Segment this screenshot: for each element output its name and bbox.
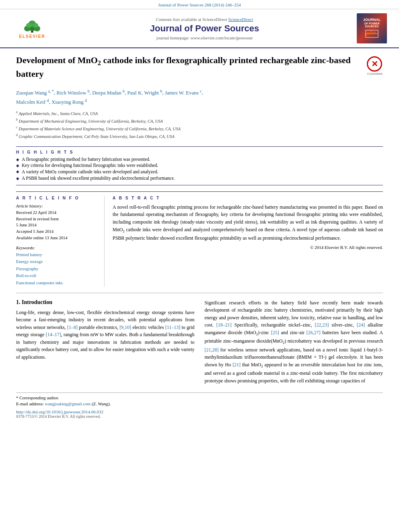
cite-22-23: [22,23] <box>315 322 329 328</box>
authors: Zuoqian Wang a, *, Rich Winslow b, Deepa… <box>16 88 383 106</box>
sciencedirect-anchor[interactable]: ScienceDirect <box>228 17 253 22</box>
affiliation-b: b Department of Mechanical Engineering, … <box>16 117 383 125</box>
affiliation-a: a Applied Materials, Inc., Santa Clara, … <box>16 110 383 117</box>
keywords-section: Keywords: Printed battery Energy storage… <box>16 245 98 287</box>
issn-line: 0378-7753/© 2014 Elsevier B.V. All right… <box>16 414 383 419</box>
email-label: E-mail address: <box>16 401 45 406</box>
elsevier-wordmark: ELSEVIER <box>19 34 45 39</box>
cite-11-13: [11–13] <box>165 325 181 330</box>
keyword-3: Flexography <box>16 265 98 273</box>
journal-reference: Journal of Power Sources 268 (2014) 246–… <box>158 2 241 7</box>
bullet-1: ◆ <box>16 157 19 162</box>
email-note: E-mail address: wangjoaking@gmail.com (Z… <box>16 401 383 406</box>
journal-title: Journal of Power Sources <box>52 23 357 34</box>
journal-center-info: Contents lists available at ScienceDirec… <box>52 17 357 40</box>
intro-two-col: 1. Introduction Long-life, energy dense,… <box>16 293 383 385</box>
keywords-heading: Keywords: <box>16 245 98 250</box>
crossmark-circle: ✕ <box>367 56 382 72</box>
email-author: (Z. Wang). <box>92 401 111 406</box>
received-date: Received 22 April 2014 <box>16 210 98 216</box>
accepted-date: Accepted 5 June 2014 <box>16 228 98 235</box>
intro-left-text: Long-life, energy dense, low-cost, flexi… <box>16 309 195 361</box>
author-3: Deepa Madan b <box>92 90 125 96</box>
highlight-item-3: ◆ A variety of MnO₂ composite cathode in… <box>16 169 383 175</box>
cite-18-21: [18–21] <box>216 322 232 328</box>
main-content: Development of MnO2 cathode inks for fle… <box>0 48 399 423</box>
author-2: Rich Winslow b <box>57 90 90 96</box>
abstract-text: A novel roll-to-roll flexographic printi… <box>113 203 383 242</box>
bullet-4: ◆ <box>16 176 19 181</box>
journal-header: ELSEVIER Contents lists available at Sci… <box>0 9 399 48</box>
affiliations: a Applied Materials, Inc., Santa Clara, … <box>16 110 383 140</box>
journal-thumb-text: JOURNAL OF POWER SOURCES <box>363 18 381 39</box>
article-info-col: A R T I C L E I N F O Article history: R… <box>16 196 105 287</box>
received-revised-label: Received in revised form <box>16 216 98 222</box>
article-title: Development of MnO2 cathode inks for fle… <box>16 54 363 80</box>
crossmark-icon: ✕ <box>371 59 378 69</box>
bullet-2: ◆ <box>16 163 19 168</box>
email-address[interactable]: wangjoaking@gmail.com <box>45 401 90 406</box>
article-history-heading: Article history: <box>16 203 98 208</box>
svg-point-6 <box>33 23 38 28</box>
journal-thumbnail: JOURNAL OF POWER SOURCES <box>357 13 387 43</box>
author-6: Malcolm Keif d <box>16 99 49 105</box>
journal-reference-bar: Journal of Power Sources 268 (2014) 246–… <box>0 0 399 9</box>
doi-link[interactable]: http://dx.doi.org/10.1016/j.jpowsour.201… <box>16 409 383 414</box>
intro-right-text: Significant research efforts in the batt… <box>205 299 383 385</box>
highlight-item-1: ◆ A flexographic printing method for bat… <box>16 157 383 162</box>
cite-1-8: [1–8] <box>67 325 78 330</box>
author-5: James W. Evans c <box>165 90 202 96</box>
author-4: Paul K. Wright b <box>128 90 162 96</box>
elsevier-tree-icon <box>20 18 44 33</box>
bullet-3: ◆ <box>16 169 19 174</box>
available-date: Available online 13 June 2014 <box>16 235 98 241</box>
revised-date: 5 June 2014 <box>16 222 98 228</box>
affiliation-c: c Department of Materials Science and En… <box>16 125 383 132</box>
journal-url: journal homepage: www.elsevier.com/locat… <box>52 35 357 40</box>
cite-21-28: [21,28] <box>205 347 219 353</box>
keyword-5: Functional composite inks <box>16 279 98 287</box>
elsevier-logo: ELSEVIER <box>12 16 52 41</box>
crossmark-badge: ✕ CrossMark <box>367 56 383 72</box>
highlight-item-4: ◆ A PSBR based ink showed excellent prin… <box>16 176 383 181</box>
cite-9-10: [9,10] <box>119 325 131 330</box>
highlights-section: H I G H L I G H T S ◆ A flexographic pri… <box>16 146 383 185</box>
abstract-col: A B S T R A C T A novel roll-to-roll fle… <box>113 196 383 287</box>
page: Journal of Power Sources 268 (2014) 246–… <box>0 0 399 532</box>
highlights-heading: H I G H L I G H T S <box>16 150 383 154</box>
keyword-2: Energy storage <box>16 258 98 265</box>
cite-21-ho: [21] <box>232 362 241 368</box>
introduction-section: 1. Introduction Long-life, energy dense,… <box>16 293 383 385</box>
affiliation-d: d Graphic Communication Department, Cal … <box>16 133 383 140</box>
info-abstract-section: A R T I C L E I N F O Article history: R… <box>16 191 383 287</box>
cite-14-17: [14–17] <box>46 332 61 337</box>
sciencedirect-link: Contents lists available at ScienceDirec… <box>52 17 357 22</box>
cite-24: [24] <box>357 322 365 328</box>
intro-heading: 1. Introduction <box>16 299 195 306</box>
corresponding-author-note: * Corresponding author. <box>16 395 383 400</box>
author-1: Zuoqian Wang a, * <box>16 90 54 96</box>
author-7: Xiaoying Rong d <box>51 99 87 105</box>
highlight-item-2: ◆ Key criteria for developing functional… <box>16 163 383 168</box>
svg-point-5 <box>26 23 32 28</box>
intro-right-col: Significant research efforts in the batt… <box>205 299 383 385</box>
abstract-heading: A B S T R A C T <box>113 196 383 200</box>
cite-26-27: [26,27] <box>306 330 321 335</box>
article-title-section: Development of MnO2 cathode inks for fle… <box>16 54 383 84</box>
cite-25: [25] <box>271 330 279 335</box>
footer-bar: http://dx.doi.org/10.1016/j.jpowsour.201… <box>16 409 383 419</box>
abstract-copyright: © 2014 Elsevier B.V. All rights reserved… <box>113 245 383 250</box>
keyword-4: Roll-to-roll <box>16 272 98 279</box>
article-info-heading: A R T I C L E I N F O <box>16 196 98 200</box>
intro-left-col: 1. Introduction Long-life, energy dense,… <box>16 299 195 385</box>
keyword-1: Printed battery <box>16 251 98 259</box>
footnote-section: * Corresponding author. E-mail address: … <box>16 392 383 419</box>
